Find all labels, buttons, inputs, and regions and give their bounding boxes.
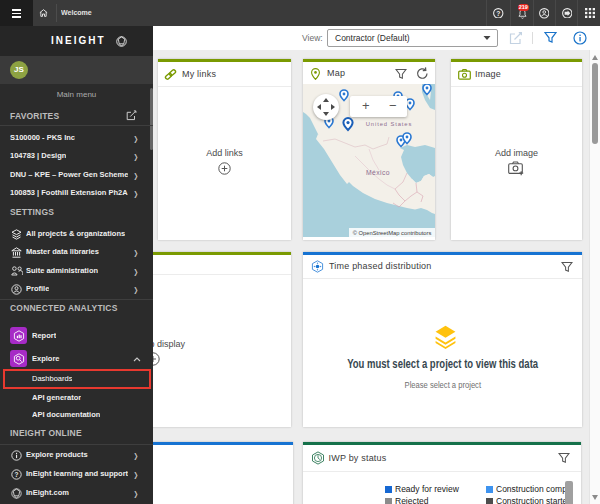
- svg-text:México: México: [366, 169, 390, 176]
- svg-text:?: ?: [496, 9, 500, 16]
- svg-text:?: ?: [15, 471, 19, 478]
- svg-text:© OpenStreetMap contributors: © OpenStreetMap contributors: [353, 230, 432, 236]
- svg-text:United States: United States: [366, 121, 413, 127]
